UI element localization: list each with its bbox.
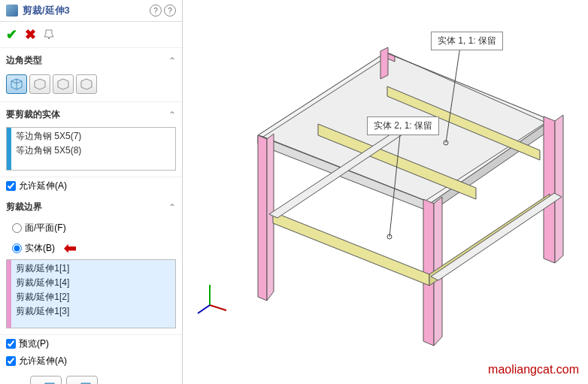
allow-extend-row: 允许延伸(A)	[0, 177, 182, 195]
corner-type-buttons	[6, 73, 176, 95]
section-bodies-to-trim: 要剪裁的实体 ⌃ 等边角钢 5X5(7) 等边角钢 5X5(8)	[0, 102, 182, 177]
list-item[interactable]: 剪裁/延伸1[4]	[8, 276, 174, 290]
callout-2-text: 实体 2, 1: 保留	[374, 120, 432, 131]
list-item[interactable]: 剪裁/延伸1[3]	[8, 304, 174, 319]
chevron-down-icon: ⌃	[168, 202, 176, 213]
bodies-to-trim-title: 要剪裁的实体	[6, 108, 168, 121]
body-radio[interactable]	[12, 243, 22, 253]
list-item[interactable]: 剪裁/延伸1[1]	[8, 262, 174, 276]
section-header-trim-boundary[interactable]: 剪裁边界 ⌃	[0, 198, 182, 216]
corner-type-1-button[interactable]	[6, 74, 27, 94]
watermark: maoliangcat.com	[488, 363, 579, 376]
3d-viewport[interactable]: 实体 1, 1: 保留 实体 2, 1: 保留 maoliangcat.com	[183, 0, 588, 384]
model-render	[198, 8, 581, 353]
property-panel: 剪裁/延伸3 ? ? ✔ ✖ 边角类型 ⌃	[0, 0, 183, 384]
allow-extend-label[interactable]: 允许延伸(A)	[19, 180, 67, 192]
trim-extend-icon	[6, 5, 18, 17]
face-plane-label[interactable]: 面/平面(F)	[25, 222, 66, 234]
cancel-button[interactable]: ✖	[25, 26, 36, 43]
panel-header: 剪裁/延伸3 ? ?	[0, 0, 182, 22]
context-help-icon[interactable]: ?	[164, 5, 176, 17]
corner-type-4-button[interactable]	[76, 74, 97, 94]
corner-type-2-button[interactable]	[29, 74, 50, 94]
confirm-row: ✔ ✖	[0, 22, 182, 48]
ok-button[interactable]: ✔	[6, 26, 17, 43]
trim-mode-2-button[interactable]	[66, 376, 98, 384]
corner-type-title: 边角类型	[6, 54, 168, 67]
annotation-arrow-icon: ⬅	[64, 239, 77, 257]
preview-row: 预览(P)	[0, 335, 182, 352]
help-icon[interactable]: ?	[150, 5, 162, 17]
list-item[interactable]: 等边角钢 5X5(8)	[8, 144, 174, 158]
allow-extend-2-checkbox[interactable]	[6, 356, 16, 366]
selection-stripe	[7, 260, 11, 328]
face-plane-radio-row: 面/平面(F)	[6, 219, 176, 237]
trim-boundary-listbox[interactable]: 剪裁/延伸1[1] 剪裁/延伸1[4] 剪裁/延伸1[2] 剪裁/延伸1[3]	[6, 259, 176, 328]
allow-extend-2-row: 允许延伸(A)	[0, 352, 182, 370]
triad-icon	[195, 279, 232, 316]
allow-extend-2-label[interactable]: 允许延伸(A)	[19, 355, 67, 367]
body-radio-row: 实体(B) ⬅	[6, 237, 176, 259]
svg-line-4	[210, 305, 226, 310]
bodies-to-trim-listbox[interactable]: 等边角钢 5X5(7) 等边角钢 5X5(8)	[6, 127, 176, 171]
section-trim-boundary: 剪裁边界 ⌃ 面/平面(F) 实体(B) ⬅ 剪裁/延伸1[1] 剪裁/延伸1[…	[0, 195, 182, 335]
large-buttons	[0, 370, 182, 384]
allow-extend-checkbox[interactable]	[6, 181, 16, 191]
trim-mode-1-button[interactable]	[30, 376, 62, 384]
body-label[interactable]: 实体(B)	[25, 242, 55, 255]
section-header-corner-type[interactable]: 边角类型 ⌃	[0, 51, 182, 70]
callout-1-text: 实体 1, 1: 保留	[438, 35, 496, 46]
preview-label[interactable]: 预览(P)	[19, 337, 49, 350]
callout-2[interactable]: 实体 2, 1: 保留	[367, 116, 439, 135]
chevron-down-icon: ⌃	[168, 56, 176, 66]
chevron-down-icon: ⌃	[168, 110, 176, 120]
face-plane-radio[interactable]	[12, 223, 22, 233]
section-header-bodies-to-trim[interactable]: 要剪裁的实体 ⌃	[0, 105, 182, 124]
section-corner-type: 边角类型 ⌃	[0, 48, 182, 102]
preview-checkbox[interactable]	[6, 339, 16, 349]
list-item[interactable]: 等边角钢 5X5(7)	[8, 129, 174, 144]
panel-title: 剪裁/延伸3	[23, 4, 150, 17]
svg-line-6	[198, 305, 210, 313]
callout-1[interactable]: 实体 1, 1: 保留	[431, 32, 503, 50]
pin-icon[interactable]	[44, 29, 54, 40]
trim-boundary-title: 剪裁边界	[6, 201, 168, 213]
corner-type-3-button[interactable]	[53, 74, 74, 94]
list-item[interactable]: 剪裁/延伸1[2]	[8, 290, 174, 304]
help-icons: ? ?	[150, 5, 176, 17]
selection-stripe	[7, 128, 11, 170]
